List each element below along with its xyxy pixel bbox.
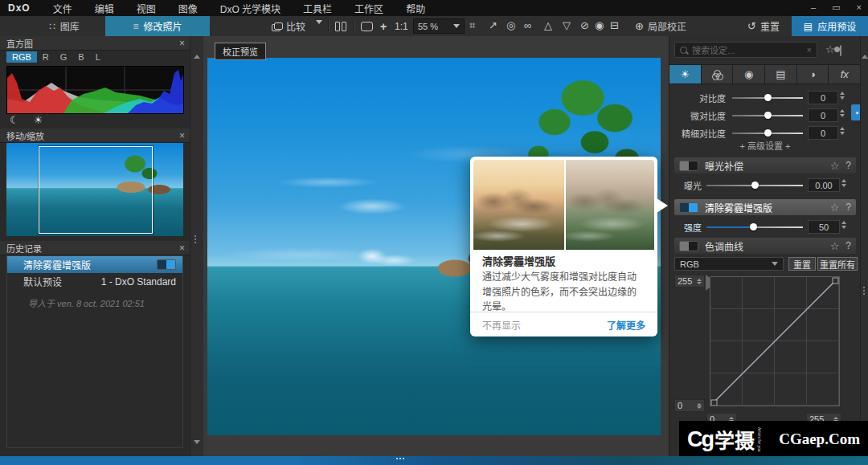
exposure-toggle[interactable] (679, 161, 698, 171)
channel-rgb[interactable]: RGB (6, 51, 37, 63)
history-item-clearview[interactable]: 清除雾霾增强版 (7, 256, 182, 273)
contrast-stepper[interactable] (840, 92, 845, 100)
exposure-stepper[interactable] (841, 179, 846, 187)
microcontrast-stepper[interactable] (840, 109, 845, 117)
image-viewer[interactable]: 校正预览 清除雾霾增强版 通过减少大气雾度和增强对比度自动增强照片的色彩，而不会… (203, 36, 669, 456)
bottom-grip-dots[interactable] (396, 458, 404, 459)
redeye-icon[interactable]: ◎ (506, 19, 515, 31)
zoom-level-select[interactable]: 55 % (413, 18, 465, 34)
compare-dropdown-arrow[interactable] (316, 24, 322, 35)
intensity-value[interactable]: 50 (808, 220, 840, 234)
show-mask-icon[interactable]: ◉ (595, 19, 604, 31)
navigator-close-icon[interactable]: × (179, 130, 185, 141)
repair-icon[interactable]: ∞ (524, 19, 531, 31)
straighten-icon[interactable]: ↗ (489, 19, 497, 31)
zoom-1to1-button[interactable]: 1:1 (395, 16, 408, 36)
clearview-help-icon[interactable]: ? (845, 202, 851, 213)
compare-button[interactable]: 比较 (272, 16, 305, 36)
curve-reset-button[interactable]: 重置 (788, 257, 816, 271)
menu-optics-modules[interactable]: DxO 光学模块 (209, 2, 292, 15)
histogram-close-icon[interactable]: × (179, 38, 185, 49)
search-settings-input[interactable]: 搜索设定... × (674, 42, 817, 58)
tonecurve-star-icon[interactable]: ☆ (830, 240, 840, 252)
minimize-button[interactable]: – (811, 2, 816, 12)
navigator-view-rect[interactable] (39, 146, 153, 234)
tab-customize[interactable]: ≡ 修改照片 (105, 16, 210, 36)
finecontrast-value[interactable]: 0 (808, 126, 838, 140)
highlight-clipping-icon[interactable]: ☀ (34, 114, 43, 126)
tone-curve-grid[interactable] (710, 276, 840, 406)
dismiss-link[interactable]: 不再显示 (482, 318, 521, 332)
channel-r[interactable]: R (37, 51, 55, 63)
apply-preset-button[interactable]: ▤ 应用预设 (792, 16, 868, 36)
menu-edit[interactable]: 编辑 (84, 2, 125, 15)
clearview-section-header[interactable]: 清除雾霾增强版 ☆ ? (674, 199, 856, 215)
palette-local[interactable]: ◑ (797, 64, 829, 84)
search-clear-icon[interactable]: × (807, 45, 812, 55)
palette-detail[interactable]: ◉ (733, 64, 765, 84)
clearview-star-icon[interactable]: ☆ (830, 202, 840, 214)
channel-g[interactable]: G (55, 51, 73, 63)
exposure-value[interactable]: 0.00 (808, 178, 840, 192)
advanced-settings-link[interactable]: + 高级设置 + (669, 139, 861, 152)
history-close-icon[interactable]: × (179, 243, 185, 254)
palette-light[interactable]: ☀ (669, 64, 702, 84)
clearview-toggle[interactable] (679, 202, 698, 213)
crop-icon[interactable]: ⌗ (469, 19, 475, 32)
menu-file[interactable]: 文件 (42, 2, 84, 15)
tonecurve-help-icon[interactable]: ? (845, 240, 851, 251)
finecontrast-slider[interactable] (732, 133, 803, 134)
histogram-header[interactable]: 直方图 × (0, 36, 190, 51)
menu-toolbars[interactable]: 工具栏 (292, 2, 343, 15)
local-corrections-button[interactable]: ⊕ 局部校正 (635, 16, 686, 36)
exposure-star-icon[interactable]: ☆ (830, 160, 840, 172)
navigator-header[interactable]: 移动/缩放 × (0, 128, 190, 143)
history-clearview-toggle[interactable] (157, 259, 176, 270)
history-item-preset[interactable]: 默认预设 1 - DxO Standard (7, 273, 182, 290)
favorites-filter-icon[interactable]: ☆ (825, 43, 835, 55)
active-corrections-toggle[interactable] (840, 45, 841, 56)
close-button[interactable]: × (857, 2, 862, 12)
menu-help[interactable]: 帮助 (395, 2, 436, 15)
learn-more-link[interactable]: 了解更多 (607, 318, 645, 332)
curve-ymax-spinbox[interactable]: 255 (674, 275, 705, 288)
finecontrast-stepper[interactable] (840, 127, 845, 135)
tonecurve-toggle[interactable] (679, 241, 698, 251)
right-panel-scrollbar[interactable] (860, 36, 868, 456)
microcontrast-value[interactable]: 0 (808, 108, 838, 122)
fit-view-button[interactable] (361, 22, 373, 31)
tab-photo-library[interactable]: ∷ 图库 (24, 16, 104, 36)
microcontrast-slider[interactable] (732, 115, 803, 116)
control-point-icon[interactable]: △ (544, 19, 552, 31)
restore-button[interactable]: ▭ (832, 2, 840, 13)
horizon-icon[interactable]: ⊟ (610, 19, 619, 31)
navigator-thumbnail[interactable] (6, 143, 183, 236)
exposure-section-header[interactable]: 曝光补偿 ☆ ? (674, 157, 856, 173)
pan-tool-button[interactable]: + (380, 16, 387, 36)
curve-reset-all-button[interactable]: 重置所有 (817, 257, 858, 271)
menu-workspace[interactable]: 工作区 (343, 2, 395, 15)
palette-fx[interactable]: fx (829, 64, 861, 84)
intensity-stepper[interactable] (841, 221, 846, 229)
curve-channel-select[interactable]: RGB (674, 257, 784, 271)
channel-l[interactable]: L (90, 51, 106, 63)
history-header[interactable]: 历史记录 × (0, 241, 190, 255)
control-polygon-icon[interactable]: ▽ (563, 19, 571, 31)
menu-view[interactable]: 视图 (125, 2, 167, 15)
palette-color[interactable] (702, 64, 734, 84)
reset-button[interactable]: ↺ 重置 (747, 16, 780, 36)
exposure-slider[interactable] (706, 185, 803, 186)
palette-geometry[interactable]: ▤ (765, 64, 797, 84)
eraser-icon[interactable]: ⊘ (580, 19, 589, 31)
correction-preview-label[interactable]: 校正预览 (215, 43, 266, 60)
exposure-help-icon[interactable]: ? (845, 160, 851, 171)
channel-b[interactable]: B (72, 51, 89, 63)
shadow-clipping-icon[interactable]: ☾ (10, 114, 19, 126)
intensity-slider[interactable] (706, 226, 803, 228)
curve-ymin-spinbox[interactable]: 0 (674, 399, 705, 412)
contrast-value[interactable]: 0 (808, 91, 838, 104)
tonecurve-section-header[interactable]: 色调曲线 ☆ ? (674, 238, 856, 254)
contrast-slider[interactable] (732, 97, 803, 99)
split-view-button[interactable] (335, 16, 346, 36)
menu-image[interactable]: 图像 (167, 2, 209, 15)
